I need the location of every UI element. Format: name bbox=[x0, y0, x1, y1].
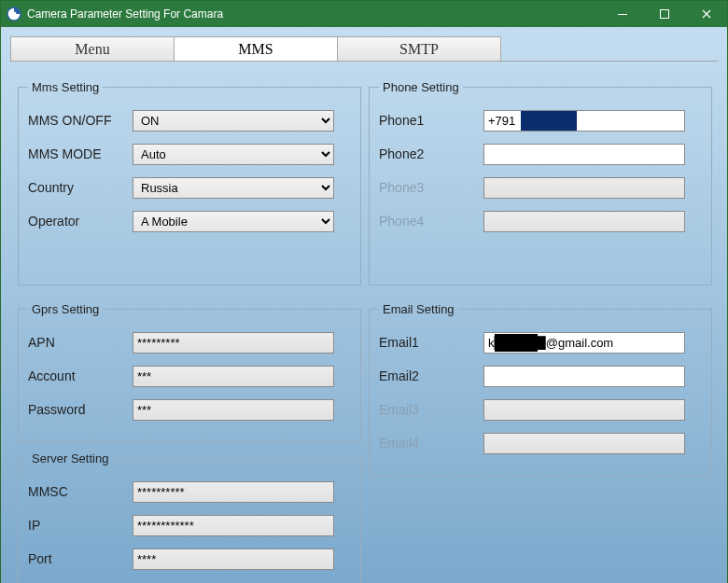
app-icon bbox=[7, 7, 21, 21]
maximize-button[interactable] bbox=[643, 1, 685, 27]
phone4-label: Phone4 bbox=[379, 214, 483, 229]
apn-input[interactable] bbox=[133, 332, 334, 354]
email3-input[interactable] bbox=[483, 399, 685, 421]
mms-page: Mms Setting MMS ON/OFF ON MMS MODE Auto … bbox=[10, 61, 718, 583]
window-buttons bbox=[601, 1, 727, 27]
window-title: Camera Parameter Setting For Camara bbox=[27, 7, 601, 21]
close-button[interactable] bbox=[685, 1, 727, 27]
gprs-setting-legend: Gprs Setting bbox=[28, 302, 103, 316]
email3-label: Email3 bbox=[379, 402, 483, 417]
app-window: Camera Parameter Setting For Camara Menu… bbox=[0, 0, 728, 583]
mms-mode-label: MMS MODE bbox=[28, 146, 133, 161]
email1-redaction bbox=[495, 334, 538, 352]
server-setting-group: Server Setting MMSC IP Port bbox=[18, 451, 361, 583]
svg-rect-2 bbox=[618, 14, 627, 15]
phone-setting-group: Phone Setting Phone1 Phone2 bbox=[369, 80, 712, 285]
phone4-input[interactable] bbox=[483, 211, 685, 232]
phone-setting-legend: Phone Setting bbox=[379, 80, 463, 94]
operator-label: Operator bbox=[28, 214, 133, 229]
phone1-label: Phone1 bbox=[379, 113, 483, 128]
account-label: Account bbox=[28, 368, 133, 383]
password-label: Password bbox=[28, 402, 133, 417]
email4-label: Email4 bbox=[379, 436, 483, 451]
mms-setting-legend: Mms Setting bbox=[28, 80, 103, 94]
tab-smtp[interactable]: SMTP bbox=[337, 36, 501, 61]
port-label: Port bbox=[28, 551, 133, 566]
mmsc-input[interactable] bbox=[133, 481, 334, 503]
tab-strip: Menu MMS SMTP bbox=[1, 27, 727, 61]
svg-rect-3 bbox=[660, 10, 668, 19]
svg-point-1 bbox=[12, 12, 17, 17]
mms-setting-group: Mms Setting MMS ON/OFF ON MMS MODE Auto … bbox=[18, 80, 361, 285]
account-input[interactable] bbox=[133, 366, 334, 387]
country-select[interactable]: Russia bbox=[133, 177, 334, 199]
client-area: Menu MMS SMTP Mms Setting MMS ON/OFF ON … bbox=[1, 27, 727, 583]
phone3-label: Phone3 bbox=[379, 180, 483, 195]
port-input[interactable] bbox=[133, 548, 334, 570]
mms-onoff-label: MMS ON/OFF bbox=[28, 113, 133, 128]
tab-menu[interactable]: Menu bbox=[10, 36, 175, 61]
email2-input[interactable] bbox=[483, 366, 685, 387]
mms-onoff-select[interactable]: ON bbox=[133, 110, 334, 132]
ip-input[interactable] bbox=[133, 515, 334, 536]
ip-label: IP bbox=[28, 518, 133, 533]
phone2-label: Phone2 bbox=[379, 146, 483, 161]
server-setting-legend: Server Setting bbox=[28, 451, 112, 465]
tab-mms[interactable]: MMS bbox=[174, 36, 338, 61]
country-label: Country bbox=[28, 180, 133, 195]
mms-mode-select[interactable]: Auto bbox=[133, 144, 334, 165]
mmsc-label: MMSC bbox=[28, 484, 133, 499]
title-bar: Camera Parameter Setting For Camara bbox=[1, 1, 727, 27]
email-setting-legend: Email Setting bbox=[379, 302, 458, 316]
phone1-input[interactable] bbox=[483, 110, 685, 132]
email1-label: Email1 bbox=[379, 335, 483, 350]
gprs-setting-group: Gprs Setting APN Account Password bbox=[18, 302, 361, 442]
email2-label: Email2 bbox=[379, 368, 483, 383]
apn-label: APN bbox=[28, 335, 133, 350]
email4-input[interactable] bbox=[483, 433, 685, 454]
operator-select[interactable]: A Mobile bbox=[133, 211, 334, 232]
minimize-button[interactable] bbox=[601, 1, 643, 27]
phone2-input[interactable] bbox=[483, 144, 685, 165]
phone3-input[interactable] bbox=[483, 177, 685, 199]
password-input[interactable] bbox=[133, 399, 334, 421]
email-setting-group: Email Setting Email1 Email2 bbox=[369, 302, 712, 476]
